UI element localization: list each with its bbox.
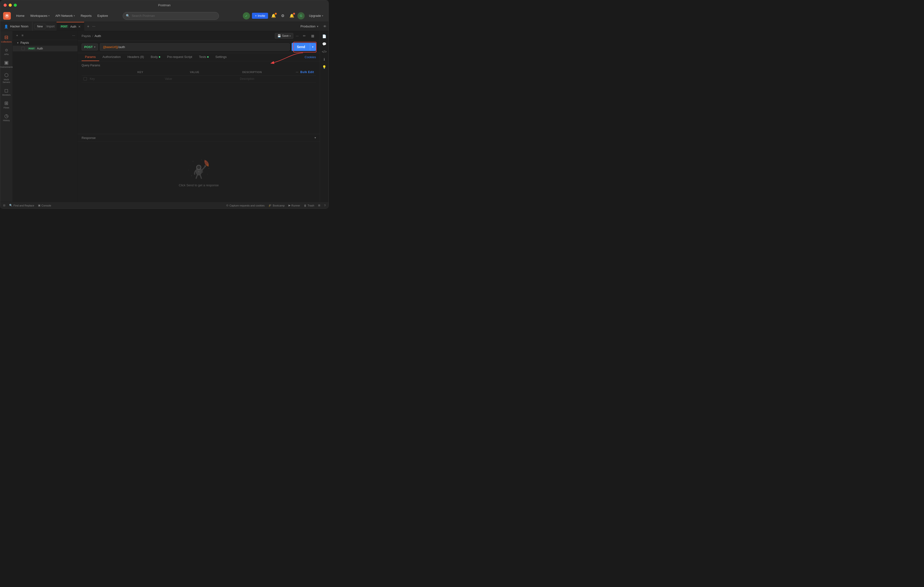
url-input[interactable]: {{baseUrl}} /auth — [100, 43, 289, 51]
tab-settings[interactable]: Settings — [212, 53, 230, 61]
save-button[interactable]: 💾 Save ▾ — [275, 33, 293, 39]
find-and-replace[interactable]: 🔍 Find and Replace — [9, 204, 34, 207]
col-header-value: VALUE — [190, 71, 242, 74]
upgrade-chevron-icon: ▾ — [322, 15, 323, 17]
invite-icon: + — [255, 14, 257, 18]
flows-icon: ⊞ — [4, 100, 8, 106]
tab-pre-request-script[interactable]: Pre-request Script — [163, 53, 196, 61]
tab-close-icon[interactable]: ✕ — [78, 25, 81, 28]
breadcrumb-separator: / — [92, 34, 93, 38]
sidebar-header: + ≡ ··· — [13, 31, 78, 40]
more-tabs-icon[interactable]: ··· — [91, 23, 96, 30]
new-button[interactable]: New — [35, 24, 46, 29]
top-nav: Home Workspaces ▾ API Network ▾ Reports … — [0, 10, 328, 22]
svg-point-12 — [204, 165, 206, 167]
close-button[interactable] — [3, 3, 7, 7]
sidebar-add-icon[interactable]: + — [15, 33, 19, 38]
search-placeholder: Search Postman — [132, 14, 155, 18]
more-actions-icon[interactable]: ··· — [295, 33, 300, 38]
notifications-bell-icon[interactable]: 🔔 — [270, 12, 277, 20]
key-input[interactable] — [89, 76, 164, 81]
nav-workspaces[interactable]: Workspaces ▾ — [28, 13, 52, 19]
value-input[interactable] — [164, 76, 239, 81]
view-icon[interactable]: ▦ — [309, 33, 316, 39]
sidebar-item-environments[interactable]: ▣ Environments — [1, 58, 12, 70]
sidebar-item-collections[interactable]: ⊟ Collections — [1, 33, 12, 45]
tab-body[interactable]: Body — [147, 53, 163, 61]
icon-bar: ⊟ Collections ⌾ APIs ▣ Environments ⬡ Mo… — [0, 31, 13, 202]
sidebar-item-apis[interactable]: ⌾ APIs — [1, 46, 12, 57]
cookies-link[interactable]: Cookies — [305, 55, 316, 59]
collection-chevron-icon: ▼ — [16, 41, 19, 44]
response-chevron-icon[interactable]: ▾ — [315, 136, 316, 140]
postman-logo[interactable] — [3, 12, 11, 20]
monitors-icon: ◻ — [4, 87, 8, 93]
nav-home[interactable]: Home — [14, 13, 27, 19]
tab-bar: POST Auth ✕ + ··· — [56, 22, 298, 31]
sidebar-more-icon[interactable]: ··· — [72, 33, 75, 37]
invite-button[interactable]: + Invite — [252, 13, 268, 19]
search-bar[interactable]: 🔍 Search Postman — [123, 12, 219, 20]
workspace-label: 👤 Hacker Noon — [0, 22, 33, 31]
svg-point-6 — [201, 159, 202, 160]
right-panel-docs-icon[interactable]: 📄 — [321, 33, 328, 39]
right-panel-info-icon[interactable]: ℹ — [321, 56, 328, 63]
tab-auth[interactable]: POST Auth ✕ — [56, 22, 84, 31]
split-view-icon[interactable]: ⊟ — [3, 204, 5, 207]
sidebar-item-history[interactable]: ◷ History — [1, 112, 12, 123]
nav-api-network[interactable]: API Network ▾ — [53, 13, 77, 19]
right-panel-comment-icon[interactable]: 💬 — [321, 41, 328, 48]
sidebar-item-monitors[interactable]: ◻ Monitors — [1, 86, 12, 98]
edit-icon[interactable]: ✏ — [301, 33, 308, 39]
tab-headers[interactable]: Headers (8) — [124, 53, 147, 61]
sidebar-item-flows[interactable]: ⊞ Flows — [1, 99, 12, 110]
astronaut-illustration — [184, 156, 213, 181]
bootcamp-button[interactable]: 🎓 Bootcamp — [269, 204, 285, 207]
method-select[interactable]: POST ▾ — [82, 43, 98, 51]
upgrade-button[interactable]: Upgrade ▾ — [307, 13, 325, 19]
response-title: Response — [82, 136, 96, 140]
tab-method-badge: POST — [60, 25, 68, 28]
row-checkbox[interactable] — [84, 77, 87, 81]
breadcrumb-actions: 💾 Save ▾ ··· ✏ ▦ — [275, 33, 316, 39]
add-tab-icon[interactable]: + — [86, 23, 90, 30]
minimize-button[interactable] — [9, 3, 12, 7]
col-header-description: DESCRIPTION — [242, 71, 295, 74]
description-input[interactable] — [239, 76, 314, 81]
request-checkbox[interactable] — [21, 47, 25, 50]
trash-icon: 🗑 — [304, 204, 307, 207]
help-icon[interactable]: ? — [324, 204, 325, 207]
right-panel-code-icon[interactable]: </> — [321, 48, 328, 55]
environment-eye-icon[interactable]: 👁 — [321, 25, 328, 28]
nav-reports[interactable]: Reports — [78, 13, 94, 19]
import-button[interactable]: Import — [46, 25, 54, 28]
avatar[interactable]: G — [297, 12, 305, 20]
runner-icon: ▶ — [289, 204, 290, 207]
new-import-area: New Import — [33, 22, 56, 31]
runner-button[interactable]: ▶ Runner — [289, 204, 300, 207]
layout-toggle-icon[interactable]: ⊞ — [318, 204, 320, 207]
environment-selector[interactable]: Production ▾ — [298, 25, 321, 28]
tab-tests[interactable]: Tests — [196, 53, 212, 61]
send-button[interactable]: Send — [292, 43, 310, 51]
console-button[interactable]: ▣ Console — [38, 204, 51, 207]
save-dropdown-icon: ▾ — [289, 35, 291, 37]
sidebar-filter-icon[interactable]: ≡ — [20, 33, 24, 38]
trash-button[interactable]: 🗑 Trash — [304, 204, 314, 207]
right-panel-tip-icon[interactable]: 💡 — [321, 64, 328, 71]
request-auth[interactable]: POST Auth — [13, 46, 78, 51]
params-empty-row — [82, 76, 316, 82]
settings-gear-icon[interactable]: ⚙ — [279, 12, 286, 20]
tab-authorization[interactable]: Authorization — [99, 53, 124, 61]
sidebar-item-mock-servers[interactable]: ⬡ Mock Servers — [1, 71, 12, 85]
tab-params[interactable]: Params — [82, 53, 99, 61]
sync-icon[interactable]: ✓ — [243, 12, 250, 20]
send-dropdown-icon[interactable]: ▾ — [310, 43, 315, 51]
alerts-icon[interactable]: 🔔 — [288, 12, 295, 20]
nav-explore[interactable]: Explore — [95, 13, 111, 19]
maximize-button[interactable] — [14, 3, 17, 7]
capture-requests-button[interactable]: ⊙ Capture requests and cookies — [226, 204, 264, 207]
bulk-edit-button[interactable]: Bulk Edit — [300, 71, 314, 74]
collection-paysis[interactable]: ▼ Paysis — [13, 40, 78, 46]
search-icon: 🔍 — [126, 14, 130, 18]
